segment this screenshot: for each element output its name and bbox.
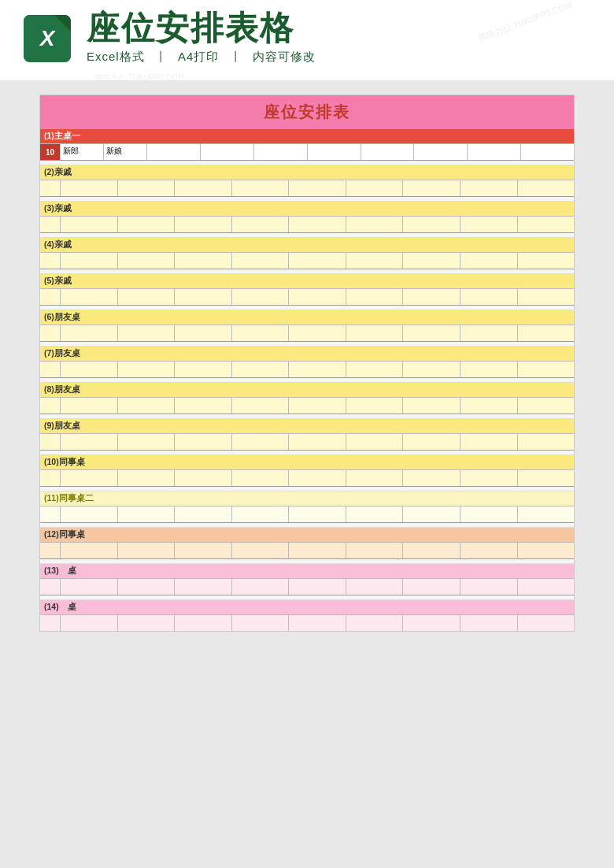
cell-4-7[interactable] [346, 253, 404, 269]
cell-1-9[interactable] [468, 144, 521, 160]
cell-9-6[interactable] [289, 434, 346, 450]
cell-9-2[interactable] [61, 434, 118, 450]
cell-2-7[interactable] [346, 180, 404, 196]
cell-7-3[interactable] [118, 362, 176, 377]
cell-2-10[interactable] [518, 180, 575, 196]
cell-4-2[interactable] [61, 253, 118, 269]
cell-13-7[interactable] [346, 579, 404, 595]
cell-12-2[interactable] [61, 543, 118, 558]
cell-14-9[interactable] [460, 615, 518, 631]
cell-13-3[interactable] [118, 579, 176, 595]
cell-1-2[interactable]: 新娘 [104, 144, 147, 160]
cell-6-9[interactable] [460, 325, 518, 341]
cell-4-4[interactable] [175, 253, 232, 269]
cell-5-2[interactable] [61, 289, 118, 305]
cell-10-10[interactable] [518, 470, 575, 486]
cell-5-5[interactable] [232, 289, 290, 305]
cell-3-7[interactable] [346, 217, 404, 232]
cell-6-4[interactable] [175, 325, 232, 341]
cell-10-3[interactable] [118, 470, 176, 486]
cell-1-5[interactable] [254, 144, 308, 160]
cell-9-9[interactable] [460, 434, 518, 450]
cell-1-1[interactable]: 新郎 [61, 144, 104, 160]
cell-3-9[interactable] [460, 217, 518, 232]
cell-8-2[interactable] [61, 398, 118, 414]
cell-12-5[interactable] [232, 543, 290, 558]
cell-6-6[interactable] [289, 325, 346, 341]
cell-11-10[interactable] [518, 506, 575, 522]
cell-11-8[interactable] [403, 506, 460, 522]
cell-9-3[interactable] [118, 434, 176, 450]
cell-11-6[interactable] [289, 506, 346, 522]
cell-14-2[interactable] [61, 615, 118, 631]
cell-5-9[interactable] [460, 289, 518, 305]
cell-6-8[interactable] [403, 325, 460, 341]
cell-8-3[interactable] [118, 398, 176, 414]
cell-11-4[interactable] [175, 506, 232, 522]
cell-7-2[interactable] [61, 362, 118, 377]
cell-12-3[interactable] [118, 543, 176, 558]
cell-10-5[interactable] [232, 470, 290, 486]
cell-4-5[interactable] [232, 253, 290, 269]
cell-14-10[interactable] [518, 615, 575, 631]
cell-3-4[interactable] [175, 217, 232, 232]
cell-12-10[interactable] [518, 543, 575, 558]
cell-2-5[interactable] [232, 180, 290, 196]
cell-7-7[interactable] [346, 362, 404, 377]
cell-8-4[interactable] [175, 398, 232, 414]
cell-9-10[interactable] [518, 434, 575, 450]
cell-1-10[interactable] [521, 144, 574, 160]
cell-8-6[interactable] [289, 398, 346, 414]
cell-13-8[interactable] [403, 579, 460, 595]
cell-13-1[interactable] [40, 579, 61, 595]
cell-2-3[interactable] [118, 180, 176, 196]
cell-5-6[interactable] [289, 289, 346, 305]
cell-5-1[interactable] [40, 289, 61, 305]
cell-10-7[interactable] [346, 470, 404, 486]
cell-3-8[interactable] [403, 217, 460, 232]
cell-5-3[interactable] [118, 289, 176, 305]
cell-13-9[interactable] [460, 579, 518, 595]
cell-5-7[interactable] [346, 289, 404, 305]
cell-12-6[interactable] [289, 543, 346, 558]
cell-9-4[interactable] [175, 434, 232, 450]
cell-7-6[interactable] [289, 362, 346, 377]
cell-13-6[interactable] [289, 579, 346, 595]
cell-10-2[interactable] [61, 470, 118, 486]
cell-2-1[interactable] [40, 180, 61, 196]
cell-4-1[interactable] [40, 253, 61, 269]
cell-2-4[interactable] [175, 180, 232, 196]
cell-4-8[interactable] [403, 253, 460, 269]
cell-12-7[interactable] [346, 543, 404, 558]
cell-13-5[interactable] [232, 579, 290, 595]
cell-14-1[interactable] [40, 615, 61, 631]
cell-3-3[interactable] [118, 217, 176, 232]
cell-14-5[interactable] [232, 615, 290, 631]
cell-10-1[interactable] [40, 470, 61, 486]
cell-7-10[interactable] [518, 362, 575, 377]
cell-6-10[interactable] [518, 325, 575, 341]
cell-11-2[interactable] [61, 506, 118, 522]
cell-14-4[interactable] [175, 615, 232, 631]
cell-6-5[interactable] [232, 325, 290, 341]
cell-11-5[interactable] [232, 506, 290, 522]
cell-7-4[interactable] [175, 362, 232, 377]
cell-1-3[interactable] [147, 144, 201, 160]
cell-14-6[interactable] [289, 615, 346, 631]
cell-9-5[interactable] [232, 434, 290, 450]
cell-11-7[interactable] [346, 506, 404, 522]
cell-2-8[interactable] [403, 180, 460, 196]
cell-3-1[interactable] [40, 217, 61, 232]
cell-4-9[interactable] [460, 253, 518, 269]
cell-2-9[interactable] [460, 180, 518, 196]
cell-8-1[interactable] [40, 398, 61, 414]
cell-4-6[interactable] [289, 253, 346, 269]
cell-5-8[interactable] [403, 289, 460, 305]
cell-3-10[interactable] [518, 217, 575, 232]
cell-7-1[interactable] [40, 362, 61, 377]
cell-10-4[interactable] [175, 470, 232, 486]
cell-8-5[interactable] [232, 398, 290, 414]
cell-14-3[interactable] [118, 615, 176, 631]
cell-8-8[interactable] [403, 398, 460, 414]
cell-11-9[interactable] [460, 506, 518, 522]
